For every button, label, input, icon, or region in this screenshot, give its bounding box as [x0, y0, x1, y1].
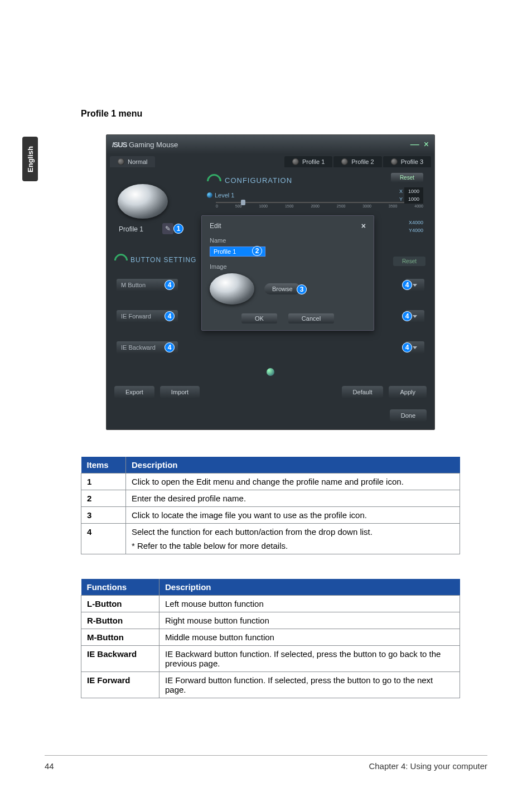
export-button[interactable]: Export	[114, 386, 154, 398]
callout-3: 3	[297, 284, 307, 294]
cell: 2	[81, 490, 126, 507]
cell: IE Forward	[81, 672, 159, 698]
y-label: Y	[399, 196, 403, 202]
table-row: L-ButtonLeft mouse button function	[81, 596, 460, 612]
language-side-tab: English	[22, 137, 38, 181]
tick: 0	[216, 204, 218, 208]
edit-popup: Edit × Name 2 Image Browse 3 OK	[201, 215, 374, 331]
name-field-label: Name	[210, 237, 366, 244]
tab-normal-label: Normal	[128, 158, 147, 165]
th-description: Description	[159, 579, 460, 596]
tab-p3-label: Profile 3	[401, 158, 423, 165]
language-label: English	[26, 146, 35, 172]
cancel-button[interactable]: Cancel	[288, 313, 334, 323]
minimize-icon[interactable]: —	[410, 139, 419, 149]
chevron-down-icon	[413, 346, 417, 349]
ok-button[interactable]: OK	[241, 313, 277, 323]
mouse-icon	[341, 158, 348, 165]
scroll-indicator-icon	[267, 368, 274, 376]
tick: 3000	[362, 204, 371, 208]
window-title: Gaming Mouse	[129, 141, 178, 149]
th-functions: Functions	[81, 579, 159, 596]
mouse-icon	[292, 158, 299, 165]
cell: Enter the desired profile name.	[126, 490, 460, 507]
edit-profile-button[interactable]: ✎	[162, 223, 173, 234]
profile-thumbnail	[118, 184, 168, 219]
brand-logo: /SUS	[112, 141, 127, 149]
bottom-bar: Export Import Default Apply	[114, 386, 427, 398]
panel: Reset CONFIGURATION Profile 1 ✎ 1 Level …	[107, 167, 434, 429]
reset-button-1[interactable]: Reset	[391, 173, 423, 182]
cell: M-Button	[81, 629, 159, 646]
cell-line: Select the function for each button/acti…	[132, 527, 454, 537]
th-items: Items	[81, 457, 126, 474]
x-value: 1000	[404, 187, 423, 195]
image-field-label: Image	[210, 263, 366, 270]
dpi-slider-area: Level 1 0 500 1000 1500 2000 2500 3000 3…	[207, 192, 423, 208]
ieforward-label: IE Forward	[121, 313, 151, 320]
table-row: IE BackwardIE Backward button function. …	[81, 646, 460, 672]
tick: 2500	[337, 204, 346, 208]
slider-ticks: 0 500 1000 1500 2000 2500 3000 3500 4000	[216, 204, 423, 208]
cell: Select the function for each button/acti…	[126, 524, 460, 554]
app-window: /SUS Gaming Mouse — × Normal Profile 1 P…	[106, 134, 435, 430]
y-value: 4000	[412, 228, 423, 233]
level-text: Level 1	[215, 192, 234, 199]
titlebar: /SUS Gaming Mouse — ×	[107, 135, 434, 154]
cell: 1	[81, 474, 126, 490]
tab-profile-1[interactable]: Profile 1	[284, 156, 332, 167]
tab-p1-label: Profile 1	[302, 158, 325, 165]
tab-profile-3[interactable]: Profile 3	[383, 156, 431, 167]
cell: 4	[81, 524, 126, 554]
cell: Right mouse button function	[159, 612, 460, 629]
items-table: Items Description 1Click to open the Edi…	[81, 457, 460, 554]
tab-bar: Normal Profile 1 Profile 2 Profile 3	[107, 156, 434, 167]
tick: 1000	[259, 204, 268, 208]
x-value: 4000	[412, 220, 423, 225]
cell: Middle mouse button function	[159, 629, 460, 646]
close-icon[interactable]: ×	[424, 139, 429, 149]
x-label: X	[399, 189, 403, 194]
dpi-slider[interactable]	[216, 202, 423, 203]
mouse-icon	[118, 158, 124, 165]
page-number: 44	[45, 761, 54, 771]
chevron-down-icon	[413, 284, 417, 287]
configuration-label: CONFIGURATION	[207, 174, 292, 189]
table-row: 3Click to locate the image file you want…	[81, 507, 460, 524]
slider-knob[interactable]	[241, 200, 245, 205]
xy-readout-1: X1000 Y1000	[399, 187, 423, 204]
table-row: IE ForwardIE Forward button function. If…	[81, 672, 460, 698]
callout-4e: 4	[165, 342, 175, 352]
tick: 4000	[414, 204, 423, 208]
tick: 1500	[285, 204, 294, 208]
table-row: 2Enter the desired profile name.	[81, 490, 460, 507]
popup-title: Edit	[210, 222, 221, 230]
table-row: R-ButtonRight mouse button function	[81, 612, 460, 629]
tab-normal[interactable]: Normal	[110, 156, 155, 167]
import-button[interactable]: Import	[160, 386, 200, 398]
callout-4f: 4	[402, 342, 412, 352]
apply-button[interactable]: Apply	[389, 386, 427, 398]
done-button[interactable]: Done	[390, 409, 427, 422]
callout-4b: 4	[402, 280, 412, 290]
chapter-label: Chapter 4: Using your computer	[369, 761, 487, 771]
functions-table: Functions Description L-ButtonLeft mouse…	[81, 579, 460, 698]
tab-p2-label: Profile 2	[351, 158, 374, 165]
tab-profile-2[interactable]: Profile 2	[333, 156, 381, 167]
callout-4c: 4	[165, 311, 175, 321]
callout-4a: 4	[165, 280, 175, 290]
reset-button-2[interactable]: Reset	[393, 257, 425, 266]
page-footer: 44 Chapter 4: Using your computer	[45, 755, 487, 771]
th-description: Description	[126, 457, 460, 474]
tick: 2000	[311, 204, 320, 208]
iebackward-label: IE Backward	[121, 344, 156, 351]
button-settings-label: BUTTON SETTING	[114, 254, 196, 267]
popup-close-icon[interactable]: ×	[361, 221, 366, 230]
callout-2: 2	[252, 246, 262, 256]
table-row: 4Select the function for each button/act…	[81, 524, 460, 554]
default-button[interactable]: Default	[342, 386, 384, 398]
popup-profile-image	[210, 273, 254, 305]
mouse-icon	[391, 158, 398, 165]
browse-button[interactable]: Browse	[264, 283, 301, 294]
tick: 3500	[389, 204, 398, 208]
